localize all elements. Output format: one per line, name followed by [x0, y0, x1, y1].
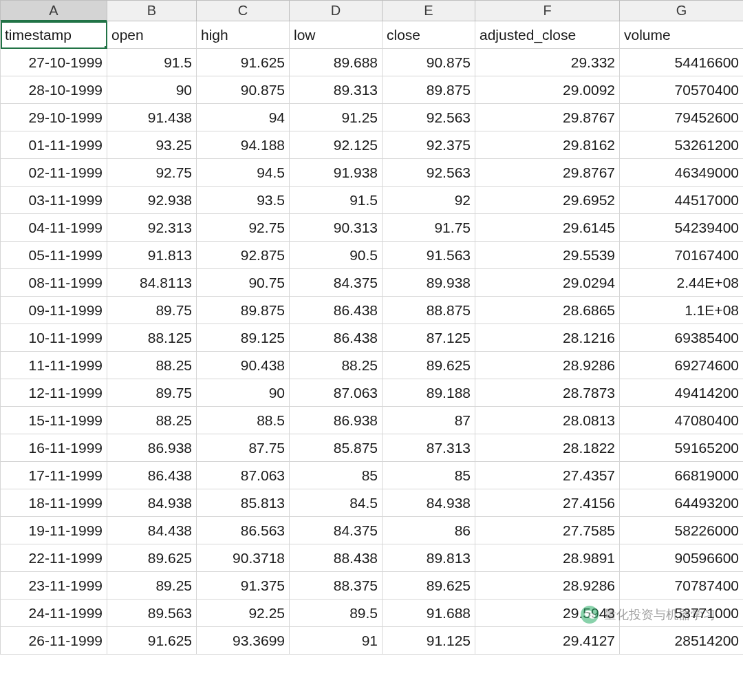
- cell[interactable]: 28514200: [620, 627, 744, 655]
- cell[interactable]: 92.563: [383, 159, 475, 187]
- cell[interactable]: timestamp: [1, 21, 107, 49]
- cell[interactable]: 86.438: [107, 462, 197, 489]
- cell[interactable]: high: [197, 21, 290, 49]
- cell[interactable]: open: [107, 21, 197, 49]
- cell[interactable]: 90.3718: [197, 544, 290, 572]
- cell[interactable]: 94.5: [197, 159, 290, 187]
- cell[interactable]: 84.8113: [107, 269, 197, 297]
- cell[interactable]: 89.563: [107, 600, 197, 627]
- cell[interactable]: 85.875: [290, 434, 383, 462]
- cell[interactable]: 90: [197, 379, 290, 407]
- cell[interactable]: 93.25: [107, 131, 197, 159]
- cell[interactable]: 24-11-1999: [1, 600, 107, 627]
- cell[interactable]: 91.813: [107, 242, 197, 269]
- cell[interactable]: 86.563: [197, 517, 290, 544]
- cell[interactable]: 70570400: [620, 76, 744, 104]
- cell[interactable]: 05-11-1999: [1, 242, 107, 269]
- cell[interactable]: 29.4127: [475, 627, 620, 655]
- cell[interactable]: 94.188: [197, 131, 290, 159]
- cell[interactable]: 85: [290, 462, 383, 489]
- cell[interactable]: 26-11-1999: [1, 627, 107, 655]
- cell[interactable]: 91.75: [383, 214, 475, 242]
- cell[interactable]: 19-11-1999: [1, 517, 107, 544]
- cell[interactable]: 29.8162: [475, 131, 620, 159]
- cell[interactable]: 29.332: [475, 49, 620, 76]
- cell[interactable]: volume: [620, 21, 744, 49]
- cell[interactable]: 86.438: [290, 324, 383, 352]
- cell[interactable]: 91.938: [290, 159, 383, 187]
- cell[interactable]: 92.875: [197, 242, 290, 269]
- cell[interactable]: 91.625: [197, 49, 290, 76]
- cell[interactable]: 28.7873: [475, 379, 620, 407]
- cell[interactable]: 90.313: [290, 214, 383, 242]
- cell[interactable]: 87.75: [197, 434, 290, 462]
- cell[interactable]: adjusted_close: [475, 21, 620, 49]
- cell[interactable]: 69274600: [620, 352, 744, 379]
- cell[interactable]: 92.25: [197, 600, 290, 627]
- cell[interactable]: 88.5: [197, 407, 290, 434]
- cell[interactable]: 91.375: [197, 572, 290, 600]
- cell[interactable]: 89.938: [383, 269, 475, 297]
- col-header-E[interactable]: E: [383, 1, 475, 21]
- cell[interactable]: 87.313: [383, 434, 475, 462]
- cell[interactable]: 92.375: [383, 131, 475, 159]
- col-header-D[interactable]: D: [290, 1, 383, 21]
- cell[interactable]: 28-10-1999: [1, 76, 107, 104]
- cell[interactable]: 89.125: [197, 324, 290, 352]
- cell[interactable]: 70167400: [620, 242, 744, 269]
- cell[interactable]: 89.688: [290, 49, 383, 76]
- cell[interactable]: 87.125: [383, 324, 475, 352]
- cell[interactable]: 08-11-1999: [1, 269, 107, 297]
- cell[interactable]: 28.6865: [475, 297, 620, 324]
- cell[interactable]: 84.938: [107, 489, 197, 517]
- cell[interactable]: 22-11-1999: [1, 544, 107, 572]
- cell[interactable]: 93.5: [197, 187, 290, 214]
- cell[interactable]: 88.25: [107, 407, 197, 434]
- cell[interactable]: 92.938: [107, 187, 197, 214]
- cell[interactable]: 11-11-1999: [1, 352, 107, 379]
- col-header-G[interactable]: G: [620, 1, 744, 21]
- cell[interactable]: 84.375: [290, 269, 383, 297]
- cell[interactable]: 89.313: [290, 76, 383, 104]
- cell[interactable]: 29.0294: [475, 269, 620, 297]
- cell[interactable]: 91.125: [383, 627, 475, 655]
- cell[interactable]: 86.938: [290, 407, 383, 434]
- cell[interactable]: 23-11-1999: [1, 572, 107, 600]
- cell[interactable]: 29.5539: [475, 242, 620, 269]
- cell[interactable]: 91.438: [107, 104, 197, 131]
- cell[interactable]: 53261200: [620, 131, 744, 159]
- cell[interactable]: 47080400: [620, 407, 744, 434]
- cell[interactable]: 79452600: [620, 104, 744, 131]
- cell[interactable]: 87.063: [197, 462, 290, 489]
- cell[interactable]: 91.625: [107, 627, 197, 655]
- cell[interactable]: 88.438: [290, 544, 383, 572]
- cell[interactable]: 89.188: [383, 379, 475, 407]
- cell[interactable]: 90.875: [197, 76, 290, 104]
- cell[interactable]: 15-11-1999: [1, 407, 107, 434]
- cell[interactable]: 92: [383, 187, 475, 214]
- cell[interactable]: 88.25: [290, 352, 383, 379]
- cell[interactable]: 88.375: [290, 572, 383, 600]
- cell[interactable]: 84.938: [383, 489, 475, 517]
- cell[interactable]: 66819000: [620, 462, 744, 489]
- cell[interactable]: 89.625: [107, 544, 197, 572]
- cell[interactable]: 86: [383, 517, 475, 544]
- cell[interactable]: 89.813: [383, 544, 475, 572]
- cell[interactable]: 91.5: [107, 49, 197, 76]
- cell[interactable]: 28.0813: [475, 407, 620, 434]
- cell[interactable]: 28.9891: [475, 544, 620, 572]
- cell[interactable]: 91: [290, 627, 383, 655]
- cell[interactable]: 29.0092: [475, 76, 620, 104]
- cell[interactable]: 01-11-1999: [1, 131, 107, 159]
- cell[interactable]: 87.063: [290, 379, 383, 407]
- spreadsheet[interactable]: A B C D E F G timestamp open high low cl…: [0, 0, 743, 655]
- cell[interactable]: 28.9286: [475, 572, 620, 600]
- col-header-C[interactable]: C: [197, 1, 290, 21]
- cell[interactable]: 04-11-1999: [1, 214, 107, 242]
- cell[interactable]: 16-11-1999: [1, 434, 107, 462]
- cell[interactable]: 29.6145: [475, 214, 620, 242]
- cell[interactable]: 58226000: [620, 517, 744, 544]
- cell[interactable]: 10-11-1999: [1, 324, 107, 352]
- cell[interactable]: 27.7585: [475, 517, 620, 544]
- cell[interactable]: 64493200: [620, 489, 744, 517]
